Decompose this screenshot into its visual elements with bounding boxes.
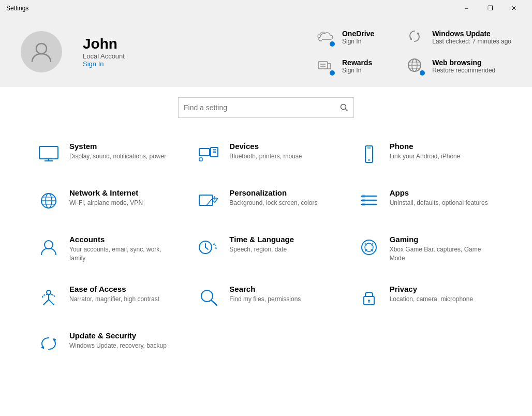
personalization-title: Personalization: [229, 188, 317, 197]
settings-item-time-language[interactable]: A a Time & Language Speech, region, date: [191, 227, 341, 271]
accounts-icon: [36, 235, 61, 260]
settings-item-phone[interactable]: Phone Link your Android, iPhone: [351, 133, 501, 175]
search-input[interactable]: [184, 103, 340, 112]
apps-title: Apps: [390, 188, 488, 197]
network-icon: [36, 188, 61, 213]
svg-rect-35: [362, 199, 365, 202]
svg-text:a: a: [215, 246, 217, 249]
accounts-desc: Your accounts, email, sync, work, family: [69, 245, 175, 263]
rewards-sub: Sign In: [342, 67, 372, 74]
minimize-button[interactable]: −: [454, 0, 478, 17]
svg-rect-14: [199, 148, 210, 156]
rewards-status-dot: [329, 69, 336, 77]
search-area: [31, 97, 501, 118]
svg-rect-15: [211, 147, 218, 157]
rewards-service[interactable]: Rewards Sign In: [315, 56, 374, 77]
phone-title: Phone: [390, 142, 461, 151]
time-language-desc: Speech, region, date: [229, 245, 294, 254]
network-title: Network & Internet: [69, 188, 143, 197]
svg-rect-36: [362, 203, 365, 206]
onedrive-icon-wrap: [315, 27, 336, 48]
settings-item-accounts[interactable]: Accounts Your accounts, email, sync, wor…: [31, 227, 181, 271]
update-security-title: Update & Security: [69, 331, 167, 340]
header-services: OneDrive Sign In: [315, 27, 511, 77]
avatar: [21, 31, 62, 72]
ease-of-access-icon: [36, 285, 61, 309]
settings-grid: System Display, sound, notifications, po…: [31, 133, 501, 364]
svg-point-22: [368, 159, 370, 161]
devices-title: Devices: [229, 142, 302, 151]
sign-in-link[interactable]: Sign In: [83, 60, 125, 68]
web-browsing-icon-wrap: [405, 56, 426, 77]
settings-item-network[interactable]: Network & Internet Wi-Fi, airplane mode,…: [31, 180, 181, 221]
service-column-2: Windows Update Last checked: 7 minutes a…: [405, 27, 511, 77]
devices-desc: Bluetooth, printers, mouse: [229, 152, 302, 161]
gaming-desc: Xbox Game Bar, captures, Game Mode: [390, 245, 496, 263]
main-content: System Display, sound, notifications, po…: [0, 87, 532, 416]
svg-point-0: [36, 43, 47, 54]
settings-item-system[interactable]: System Display, sound, notifications, po…: [31, 133, 181, 175]
settings-item-apps[interactable]: Apps Uninstall, defaults, optional featu…: [351, 180, 501, 221]
settings-item-privacy[interactable]: Privacy Location, camera, microphone: [351, 276, 501, 318]
windows-update-sub: Last checked: 7 minutes ago: [432, 38, 511, 45]
privacy-desc: Location, camera, microphone: [390, 295, 473, 304]
system-icon: [36, 142, 61, 167]
restore-button[interactable]: ❐: [478, 0, 502, 17]
close-button[interactable]: ✕: [502, 0, 526, 17]
devices-icon: [196, 142, 221, 167]
ease-of-access-desc: Narrator, magnifier, high contrast: [69, 295, 159, 304]
svg-point-37: [45, 241, 53, 249]
profile-header: John Local Account Sign In OneDrive: [0, 17, 532, 87]
gaming-title: Gaming: [390, 235, 496, 244]
settings-search-desc: Find my files, permissions: [229, 295, 301, 304]
ease-of-access-title: Ease of Access: [69, 285, 159, 293]
gaming-icon: [357, 235, 381, 260]
apps-desc: Uninstall, defaults, optional features: [390, 199, 488, 207]
windows-update-name: Windows Update: [432, 29, 511, 38]
system-title: System: [69, 142, 166, 151]
windows-update-icon-wrap: [405, 27, 426, 48]
svg-line-48: [211, 300, 217, 305]
settings-item-personalization[interactable]: Personalization Background, lock screen,…: [191, 180, 341, 221]
svg-rect-19: [199, 158, 202, 161]
rewards-name: Rewards: [342, 58, 372, 67]
phone-icon: [357, 142, 381, 167]
settings-item-search[interactable]: Search Find my files, permissions: [191, 276, 341, 318]
time-language-title: Time & Language: [229, 235, 294, 244]
web-browsing-service[interactable]: Web browsing Restore recommended: [405, 56, 511, 77]
app-title: Settings: [6, 5, 28, 12]
onedrive-name: OneDrive: [342, 29, 374, 38]
service-column-1: OneDrive Sign In: [315, 27, 374, 77]
svg-rect-20: [365, 146, 373, 162]
onedrive-service[interactable]: OneDrive Sign In: [315, 27, 374, 48]
window-controls: − ❐ ✕: [454, 0, 526, 17]
search-icon: [340, 103, 348, 112]
settings-item-gaming[interactable]: Gaming Xbox Game Bar, captures, Game Mod…: [351, 227, 501, 271]
personalization-icon: [196, 188, 221, 213]
svg-line-10: [346, 109, 348, 111]
apps-icon: [357, 188, 381, 213]
windows-update-icon: [405, 27, 424, 46]
svg-line-40: [205, 247, 208, 249]
phone-desc: Link your Android, iPhone: [390, 152, 461, 161]
title-bar: Settings − ❐ ✕: [0, 0, 532, 17]
account-type: Local Account: [83, 52, 125, 60]
settings-item-devices[interactable]: Devices Bluetooth, printers, mouse: [191, 133, 341, 175]
update-security-desc: Windows Update, recovery, backup: [69, 341, 167, 350]
onedrive-status-dot: [329, 40, 336, 48]
settings-item-update-security[interactable]: Update & Security Windows Update, recove…: [31, 323, 181, 364]
windows-update-service[interactable]: Windows Update Last checked: 7 minutes a…: [405, 27, 511, 48]
search-box[interactable]: [178, 97, 354, 118]
rewards-icon-wrap: [315, 56, 336, 77]
settings-search-title: Search: [229, 285, 301, 293]
accounts-title: Accounts: [69, 235, 175, 244]
system-desc: Display, sound, notifications, power: [69, 152, 166, 161]
user-avatar-icon: [29, 39, 54, 64]
settings-item-ease-of-access[interactable]: Ease of Access Narrator, magnifier, high…: [31, 276, 181, 318]
svg-point-43: [362, 240, 376, 255]
user-name: John: [83, 36, 125, 52]
svg-point-50: [368, 300, 370, 302]
privacy-title: Privacy: [390, 285, 473, 293]
privacy-icon: [357, 285, 381, 309]
user-info: John Local Account Sign In: [83, 36, 125, 68]
